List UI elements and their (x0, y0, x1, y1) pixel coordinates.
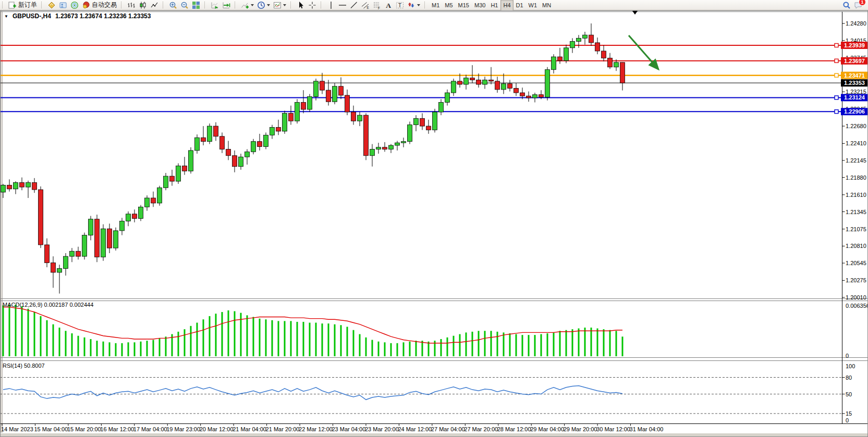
vertical-line-button[interactable] (325, 0, 337, 11)
candle (289, 113, 294, 121)
fibonacci-button[interactable]: F (371, 0, 383, 11)
tf-d1[interactable]: D1 (514, 0, 526, 11)
hline-handle-1.23939[interactable] (835, 44, 838, 47)
candlestick-icon (139, 1, 147, 9)
candle (527, 96, 531, 98)
notifications-button[interactable]: 1 (852, 0, 864, 11)
price-tick-label: 1.21880 (846, 174, 866, 181)
hline-handle-1.23124[interactable] (835, 96, 838, 99)
candle (508, 84, 512, 89)
candle (326, 90, 331, 102)
candle (620, 63, 625, 83)
macd-axis-max: 0.006356 (846, 303, 868, 309)
auto-scroll-button[interactable] (209, 0, 221, 11)
chart-shift-button[interactable] (221, 0, 232, 11)
tf-m1[interactable]: M1 (429, 0, 442, 11)
price-tick-label: 1.22680 (846, 123, 866, 129)
time-tick-label: 15 Mar 04:00 (34, 426, 68, 432)
tf-mn[interactable]: MN (540, 0, 554, 11)
styler-button[interactable] (46, 0, 57, 11)
bar-chart-button[interactable] (126, 0, 137, 11)
toolbar-group-services: 自动交易 (40, 0, 120, 10)
candle (89, 219, 93, 235)
autotrading-button[interactable]: 自动交易 (80, 0, 118, 11)
new-order-button[interactable]: 新订单 (7, 0, 39, 11)
candle (445, 93, 450, 102)
dropdown-caret-icon (267, 4, 270, 6)
hline-handle-1.23697[interactable] (835, 59, 838, 63)
rsi-axis-label: 15 (846, 410, 852, 417)
search-button[interactable] (841, 0, 852, 11)
candle (51, 263, 56, 272)
candle (14, 182, 18, 189)
chart-window[interactable]: 1.242801.240151.237451.234801.232151.229… (0, 10, 868, 437)
candle (239, 157, 243, 166)
crosshair-button[interactable] (307, 0, 318, 11)
price-tick-label: 1.24280 (846, 20, 866, 27)
candle (39, 190, 43, 245)
candle (45, 245, 50, 263)
periods-button[interactable] (255, 0, 272, 11)
indicators-icon (241, 1, 249, 9)
label-button[interactable]: T (394, 0, 406, 11)
hline-icon (338, 1, 347, 9)
hline-handle-1.23471[interactable] (835, 73, 838, 77)
tf-m30[interactable]: M30 (472, 0, 488, 11)
text-icon: A (384, 1, 393, 9)
new-order-button-label: 新订单 (18, 1, 37, 9)
candle (451, 81, 456, 93)
auto-scroll-icon (211, 1, 219, 9)
profiles-button[interactable] (57, 0, 69, 11)
zoom-in-button[interactable] (167, 0, 179, 11)
trendline-button[interactable] (348, 0, 360, 11)
candle (458, 81, 462, 84)
channel-button[interactable]: E (360, 0, 371, 11)
time-tick-label: 28 Mar 12:00 (497, 426, 531, 432)
zoom-out-button[interactable] (179, 0, 190, 11)
paint-bucket-icon (47, 1, 56, 9)
price-badge-1.23124: 1.23124 (844, 94, 865, 101)
text-button[interactable]: A (383, 0, 394, 11)
candle (483, 80, 487, 84)
hline-handle-1.22906[interactable] (835, 110, 838, 114)
candlestick-button[interactable] (137, 0, 149, 11)
arrows-button[interactable] (406, 0, 422, 11)
svg-text:F: F (378, 6, 380, 9)
window-left-grip[interactable] (1, 11, 3, 432)
tf-m15-label: M15 (458, 2, 469, 8)
time-tick-label: 16 Mar 12:00 (100, 426, 134, 432)
indicators-button[interactable] (239, 0, 255, 11)
tf-h1[interactable]: H1 (488, 0, 500, 11)
toolbar-group-order: 新订单 (1, 0, 40, 10)
cursor-button[interactable] (295, 0, 307, 11)
candle (82, 235, 87, 257)
horizontal-line-button[interactable] (337, 0, 348, 11)
tf-h4[interactable]: H4 (500, 0, 513, 11)
clock-icon (257, 1, 265, 9)
candle (132, 214, 137, 219)
candle (433, 112, 437, 130)
tf-h4-label: H4 (503, 2, 510, 8)
tf-m5[interactable]: M5 (442, 0, 455, 11)
candle (101, 229, 106, 257)
price-tick-label: 1.21610 (846, 192, 866, 198)
tf-m15[interactable]: M15 (456, 0, 472, 11)
new-order-icon (8, 1, 17, 9)
notification-badge: 1 (859, 0, 866, 6)
toolbar-group-chart-types (120, 0, 162, 10)
tf-w1[interactable]: W1 (526, 0, 540, 11)
tile-windows-button[interactable] (190, 0, 202, 11)
line-chart-button[interactable] (149, 0, 160, 11)
chart-canvas[interactable]: 1.242801.240151.237451.234801.232151.229… (0, 10, 868, 437)
time-tick-label: 21 Mar 20:00 (266, 426, 300, 432)
candle (420, 118, 425, 126)
signals-button[interactable] (69, 0, 80, 11)
svg-text:E: E (367, 6, 370, 9)
candle (577, 38, 581, 41)
toolbar-group-timeframes: M1M5M15M30H1H4D1W1MN (423, 0, 555, 10)
candle (145, 198, 150, 207)
search-icon (842, 1, 851, 9)
templates-button[interactable] (272, 0, 288, 11)
candle (395, 143, 400, 145)
time-tick-label: 27 Mar 20:00 (464, 426, 498, 432)
